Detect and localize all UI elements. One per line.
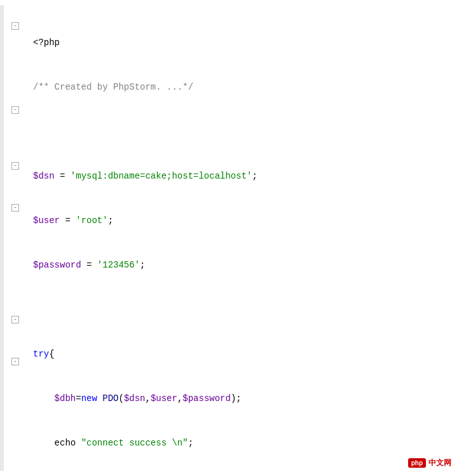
- line-10: echo "connect success \n";: [33, 436, 453, 450]
- line-9: $dbh=new PDO($dsn,$user,$password);: [33, 391, 453, 405]
- watermark-logo: php: [408, 458, 426, 468]
- code-content[interactable]: <?php /** Created by PhpStorm. ...*/ $ds…: [27, 5, 459, 471]
- code-editor: - - - -: [0, 0, 459, 476]
- fold-button-8[interactable]: -: [11, 106, 19, 114]
- line-7: [33, 303, 453, 316]
- fold-button-12[interactable]: -: [11, 162, 19, 170]
- line-1: <?php: [33, 36, 453, 50]
- line-8: try{: [33, 347, 453, 361]
- line-5: $user = 'root';: [33, 214, 453, 228]
- fold-gutter: - - - -: [4, 5, 27, 471]
- fold-button-26[interactable]: -: [11, 358, 19, 365]
- watermark: php 中文网: [408, 458, 451, 468]
- fold-button-15[interactable]: -: [11, 204, 19, 212]
- fold-button-23[interactable]: -: [11, 316, 19, 323]
- line-2: /** Created by PhpStorm. ...*/: [33, 80, 453, 94]
- line-6: $password = '123456';: [33, 258, 453, 272]
- code-area[interactable]: - - - -: [0, 0, 459, 476]
- fold-button-2[interactable]: -: [11, 22, 19, 30]
- line-3: [33, 125, 453, 139]
- line-4: $dsn = 'mysql:dbname=cake;host=localhost…: [33, 169, 453, 183]
- watermark-text: 中文网: [428, 458, 451, 468]
